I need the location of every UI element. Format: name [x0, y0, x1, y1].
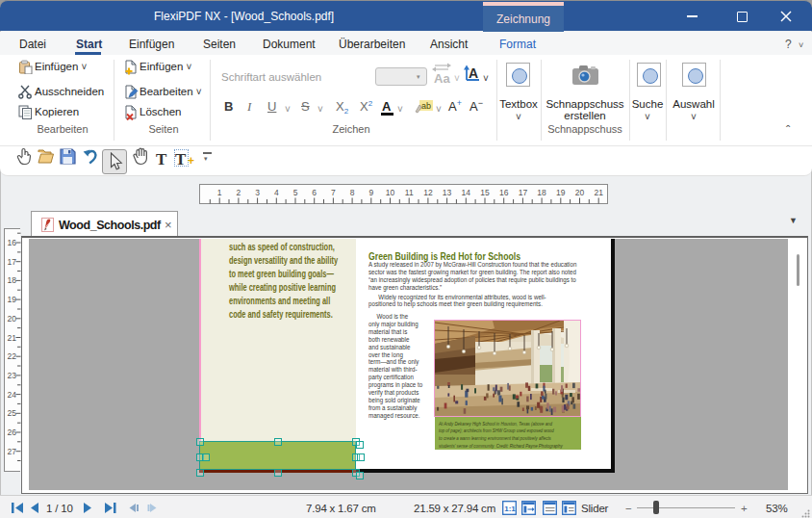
svg-text:17: 17	[8, 257, 17, 267]
svg-text:18: 18	[537, 188, 546, 197]
svg-text:19: 19	[8, 295, 17, 304]
svg-text:18: 18	[8, 275, 17, 285]
svg-text:26: 26	[8, 427, 17, 437]
svg-text:3: 3	[255, 188, 260, 197]
svg-text:1:1: 1:1	[504, 505, 516, 513]
svg-text:16: 16	[499, 188, 509, 197]
svg-text:27: 27	[8, 447, 17, 456]
svg-text:14: 14	[462, 188, 471, 197]
svg-text:21: 21	[594, 188, 603, 197]
svg-text:20: 20	[8, 314, 17, 324]
svg-text:Aa: Aa	[434, 71, 450, 86]
svg-text:22: 22	[8, 351, 17, 361]
svg-text:8: 8	[350, 188, 355, 197]
svg-text:17: 17	[519, 188, 528, 197]
svg-text:24: 24	[8, 390, 17, 400]
svg-text:15: 15	[480, 188, 490, 197]
svg-text:20: 20	[575, 188, 585, 197]
svg-text:19: 19	[556, 188, 566, 197]
svg-text:21: 21	[8, 333, 17, 343]
svg-text:13: 13	[443, 188, 452, 197]
svg-text:7: 7	[331, 188, 336, 197]
svg-text:2: 2	[237, 188, 241, 197]
svg-text:A: A	[469, 65, 478, 81]
svg-text:11: 11	[405, 188, 414, 197]
svg-text:10: 10	[386, 188, 395, 197]
svg-text:9: 9	[368, 188, 373, 197]
svg-text:12: 12	[423, 188, 433, 197]
svg-text:23: 23	[8, 371, 17, 380]
svg-text:16: 16	[8, 238, 17, 247]
svg-text:5: 5	[293, 188, 298, 197]
svg-text:4: 4	[274, 188, 279, 197]
svg-text:25: 25	[8, 408, 17, 418]
svg-text:6: 6	[312, 188, 317, 197]
svg-text:1: 1	[217, 188, 222, 197]
svg-text:ab: ab	[421, 101, 431, 111]
